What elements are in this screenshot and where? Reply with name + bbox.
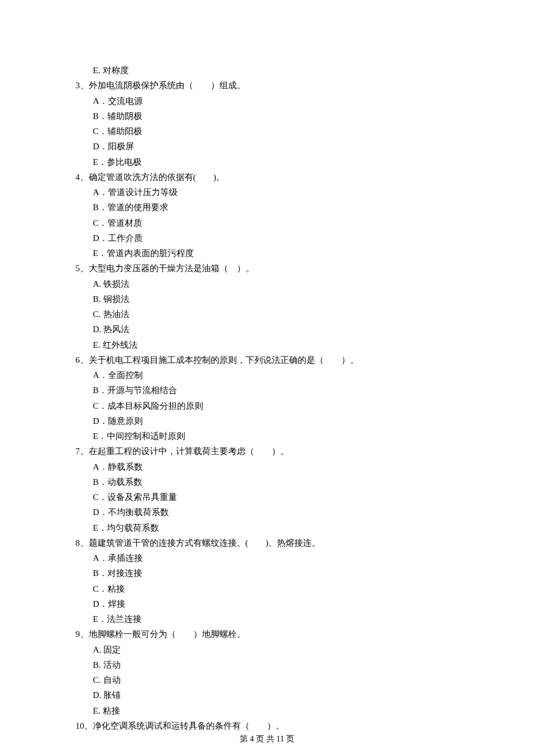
question-option: D. 热风法: [75, 322, 476, 337]
question: 6、关于机电工程项目施工成本控制的原则，下列说法正确的是（ ）。A．全面控制B．…: [75, 352, 476, 444]
question-option: C. 热油法: [75, 307, 476, 322]
question-stem: 4、确定管道吹洗方法的依据有( )。: [75, 170, 476, 185]
question-stem: 3、外加电流阴极保护系统由（ ）组成。: [75, 78, 476, 93]
question-option: E．法兰连接: [75, 611, 476, 627]
question-option: D．工作介质: [75, 231, 476, 246]
question-option: D．不均衡载荷系数: [75, 505, 476, 520]
question-option: A．管道设计压力等级: [75, 185, 476, 200]
question-option: A. 固定: [75, 642, 476, 657]
question-option: C．辅助阳极: [75, 124, 476, 139]
question: 7、在起重工程的设计中，计算载荷主要考虑（ ）。A．静载系数B．动载系数C．设备…: [75, 444, 476, 535]
question: 8、题建筑管道干管的连接方式有螺纹连接、( )、热熔接连。A．承插连接B．对接连…: [75, 535, 476, 627]
question-option: C．粘接: [75, 581, 476, 596]
leading-option: E. 对称度: [75, 63, 476, 78]
question: 4、确定管道吹洗方法的依据有( )。A．管道设计压力等级B．管道的使用要求C．管…: [75, 170, 476, 261]
questions-container: 3、外加电流阴极保护系统由（ ）组成。A．交流电源B．辅助阴极C．辅助阳极D．阳…: [75, 78, 476, 733]
question-option: C．成本目标风险分担的原则: [75, 398, 476, 413]
question-option: B．动载系数: [75, 474, 476, 489]
question-option: B．开源与节流相结合: [75, 383, 476, 398]
question-option: C．管道材质: [75, 215, 476, 231]
question-option: B．辅助阴极: [75, 109, 476, 124]
question-option: A．承插连接: [75, 550, 476, 566]
question-option: C．设备及索吊具重量: [75, 489, 476, 505]
page-content: E. 对称度 3、外加电流阴极保护系统由（ ）组成。A．交流电源B．辅助阴极C．…: [0, 0, 534, 733]
question-stem: 10、净化空调系统调试和运转具备的条件有（ ）。: [75, 718, 476, 733]
question-option: D. 胀锚: [75, 687, 476, 703]
question-option: D．阳极屏: [75, 139, 476, 154]
question-option: C. 自动: [75, 672, 476, 687]
question-option: E．均匀载荷系数: [75, 520, 476, 535]
question-option: E．管道内表面的脏污程度: [75, 246, 476, 261]
question: 9、地脚螺栓一般可分为（ ）地脚螺栓。A. 固定B. 活动C. 自动D. 胀锚E…: [75, 627, 476, 718]
question-stem: 7、在起重工程的设计中，计算载荷主要考虑（ ）。: [75, 444, 476, 459]
question-option: B. 铜损法: [75, 291, 476, 307]
question-option: A．静载系数: [75, 459, 476, 474]
page-footer: 第 4 页 共 11 页: [0, 732, 534, 747]
question-option: B．对接连接: [75, 566, 476, 581]
question-option: B. 活动: [75, 657, 476, 672]
question-option: A．交流电源: [75, 93, 476, 109]
question-option: E．中间控制和适时原则: [75, 429, 476, 444]
question-option: E．参比电极: [75, 154, 476, 170]
question: 10、净化空调系统调试和运转具备的条件有（ ）。: [75, 718, 476, 733]
question-option: A. 铁损法: [75, 276, 476, 291]
question: 3、外加电流阴极保护系统由（ ）组成。A．交流电源B．辅助阴极C．辅助阳极D．阳…: [75, 78, 476, 170]
question: 5、大型电力变压器的干燥方法是油箱（ ）。A. 铁损法B. 铜损法C. 热油法D…: [75, 261, 476, 352]
question-option: E. 粘接: [75, 703, 476, 718]
question-option: D．随意原则: [75, 413, 476, 429]
question-option: B．管道的使用要求: [75, 200, 476, 215]
question-option: E. 红外线法: [75, 337, 476, 352]
question-stem: 9、地脚螺栓一般可分为（ ）地脚螺栓。: [75, 627, 476, 642]
question-stem: 6、关于机电工程项目施工成本控制的原则，下列说法正确的是（ ）。: [75, 352, 476, 368]
question-option: D．焊接: [75, 596, 476, 611]
question-option: A．全面控制: [75, 368, 476, 383]
question-stem: 5、大型电力变压器的干燥方法是油箱（ ）。: [75, 261, 476, 276]
question-stem: 8、题建筑管道干管的连接方式有螺纹连接、( )、热熔接连。: [75, 535, 476, 550]
